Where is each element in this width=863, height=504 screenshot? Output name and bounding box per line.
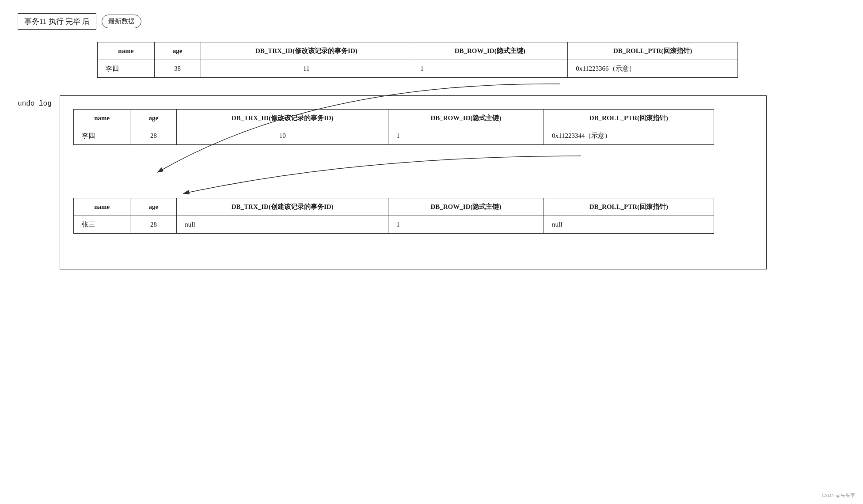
undo1-td-ptr: 0x11223344（示意） — [544, 127, 714, 145]
undo2-data-row: 张三 28 null 1 null — [73, 216, 714, 234]
undo2-th-name: name — [73, 198, 130, 216]
top-th-age: age — [154, 42, 201, 60]
top-table-wrapper: name age DB_TRX_ID(修改该记录的事务ID) DB_ROW_ID… — [97, 42, 828, 78]
undo2-td-trx: null — [177, 216, 388, 234]
undo2-th-trx: DB_TRX_ID(创建该记录的事务ID) — [177, 198, 388, 216]
top-td-row: 1 — [412, 60, 568, 78]
title-box: 事务11 执行 完毕 后 — [18, 13, 96, 30]
latest-data-badge: 最新数据 — [102, 15, 141, 28]
top-th-trx: DB_TRX_ID(修改该记录的事务ID) — [201, 42, 412, 60]
undo2-th-age: age — [130, 198, 177, 216]
page-container: 事务11 执行 完毕 后 最新数据 name age DB_TRX_ID(修改该… — [18, 13, 845, 269]
top-table-row: 李四 38 11 1 0x11223366（示意） — [98, 60, 738, 78]
title-area: 事务11 执行 完毕 后 最新数据 — [18, 13, 845, 30]
undo2-td-age: 28 — [130, 216, 177, 234]
undo1-header-row: name age DB_TRX_ID(修改该记录的事务ID) DB_ROW_ID… — [73, 110, 714, 127]
undo1-th-trx: DB_TRX_ID(修改该记录的事务ID) — [177, 110, 388, 127]
undo-log-section: undo log name age DB_TRX_ID(修改该记录的事务ID) … — [18, 95, 845, 269]
undo-table2: name age DB_TRX_ID(创建该记录的事务ID) DB_ROW_ID… — [73, 198, 714, 234]
top-table-header-row: name age DB_TRX_ID(修改该记录的事务ID) DB_ROW_ID… — [98, 42, 738, 60]
undo1-data-row: 李四 28 10 1 0x11223344（示意） — [73, 127, 714, 145]
undo2-td-ptr: null — [544, 216, 714, 234]
undo1-td-row: 1 — [388, 127, 544, 145]
undo-log-label: undo log — [18, 95, 52, 108]
top-section: name age DB_TRX_ID(修改该记录的事务ID) DB_ROW_ID… — [18, 42, 845, 78]
top-th-name: name — [98, 42, 155, 60]
undo-table1-wrapper: name age DB_TRX_ID(修改该记录的事务ID) DB_ROW_ID… — [73, 109, 753, 145]
undo-log-box: name age DB_TRX_ID(修改该记录的事务ID) DB_ROW_ID… — [60, 95, 767, 269]
watermark: CSDN @先头字 — [822, 492, 855, 499]
undo2-td-name: 张三 — [73, 216, 130, 234]
undo1-th-ptr: DB_ROLL_PTR(回滚指针) — [544, 110, 714, 127]
undo1-th-age: age — [130, 110, 177, 127]
top-td-ptr: 0x11223366（示意） — [568, 60, 738, 78]
undo1-td-name: 李四 — [73, 127, 130, 145]
top-th-ptr: DB_ROLL_PTR(回滚指针) — [568, 42, 738, 60]
undo1-td-age: 28 — [130, 127, 177, 145]
top-td-name: 李四 — [98, 60, 155, 78]
undo1-th-name: name — [73, 110, 130, 127]
arrow-undo1-to-undo2 — [73, 154, 753, 198]
undo1-td-trx: 10 — [177, 127, 388, 145]
undo1-th-row: DB_ROW_ID(隐式主键) — [388, 110, 544, 127]
undo-table2-wrapper: name age DB_TRX_ID(创建该记录的事务ID) DB_ROW_ID… — [73, 198, 753, 234]
top-table: name age DB_TRX_ID(修改该记录的事务ID) DB_ROW_ID… — [97, 42, 738, 78]
undo2-th-row: DB_ROW_ID(隐式主键) — [388, 198, 544, 216]
undo2-header-row: name age DB_TRX_ID(创建该记录的事务ID) DB_ROW_ID… — [73, 198, 714, 216]
top-td-trx: 11 — [201, 60, 412, 78]
top-td-age: 38 — [154, 60, 201, 78]
undo2-td-row: 1 — [388, 216, 544, 234]
undo-table1: name age DB_TRX_ID(修改该记录的事务ID) DB_ROW_ID… — [73, 109, 714, 145]
top-th-row: DB_ROW_ID(隐式主键) — [412, 42, 568, 60]
undo2-th-ptr: DB_ROLL_PTR(回滚指针) — [544, 198, 714, 216]
